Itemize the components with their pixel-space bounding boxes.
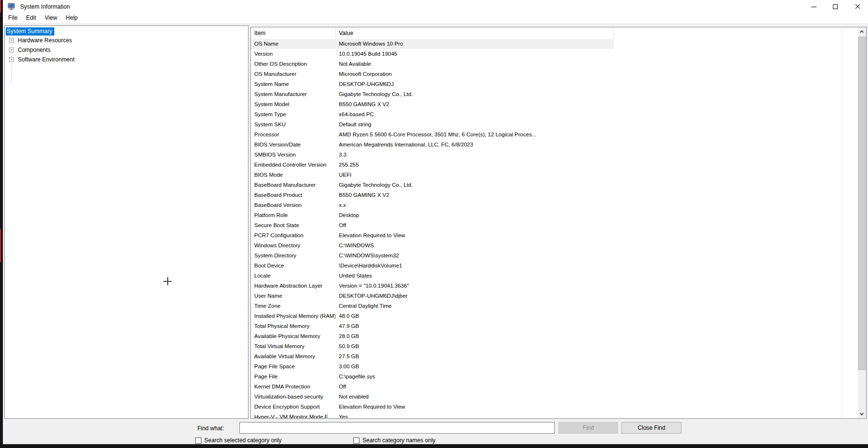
value-cell: C:\pagefile.sys [335,372,375,382]
table-row[interactable]: Available Virtual Memory27.5 GB [251,351,858,362]
table-row[interactable]: BaseBoard ManufacturerGigabyte Technolog… [251,180,858,190]
list-header: Item Value [251,27,866,39]
value-cell: 3.00 GB [335,362,359,372]
item-cell: Embedded Controller Version [251,160,335,170]
table-row[interactable]: OS ManufacturerMicrosoft Corporation [251,69,858,79]
menu-item-file[interactable]: File [4,13,22,23]
item-cell: Time Zone [251,301,335,311]
find-what-label: Find what: [157,424,224,433]
value-cell: DESKTOP-UHGM6DJ\djber [335,291,408,301]
table-row[interactable]: System SKUDefault string [251,120,858,130]
maximize-button[interactable] [825,0,846,13]
maximize-icon [833,4,838,9]
expand-plus-icon[interactable]: + [9,57,14,62]
tree-item-label: Software Environment [18,56,74,63]
table-row[interactable]: Kernel DMA ProtectionOff [251,382,858,392]
column-header-item[interactable]: Item [251,27,335,39]
table-row[interactable]: Hardware Abstraction LayerVersion = "10.… [251,281,858,291]
table-row[interactable]: ProcessorAMD Ryzen 5 5600 6-Core Process… [251,130,858,140]
table-row[interactable]: OS NameMicrosoft Windows 10 Pro [251,39,858,49]
item-cell: OS Manufacturer [251,69,335,79]
table-row[interactable]: System ModelB550 GAMING X V2 [251,99,858,109]
tree-item-system-summary[interactable]: System Summary [5,26,248,36]
search-category-names-checkbox[interactable] [353,437,360,444]
item-cell: Other OS Description [251,59,335,69]
close-button[interactable] [846,0,868,13]
find-input[interactable] [239,422,555,434]
table-row[interactable]: PCR7 ConfigurationElevation Required to … [251,230,858,241]
table-row[interactable]: Embedded Controller Version255.255 [251,160,858,170]
tree-item-software-environment[interactable]: +Software Environment [5,55,248,64]
table-row[interactable]: Page FileC:\pagefile.sys [251,372,858,382]
menu-item-help[interactable]: Help [62,13,82,23]
item-cell: User Name [251,291,335,301]
table-row[interactable]: Platform RoleDesktop [251,210,858,220]
table-row[interactable]: Installed Physical Memory (RAM)48.0 GB [251,311,858,321]
table-row[interactable]: Available Physical Memory28.0 GB [251,331,858,341]
table-row[interactable]: BIOS Version/DateAmerican Megatrends Int… [251,140,858,150]
item-cell: Page File [251,372,335,382]
menu-item-view[interactable]: View [40,13,62,23]
table-row[interactable]: BaseBoard Versionx.x [251,200,858,210]
table-row[interactable]: Time ZoneCentral Daylight Time [251,301,858,311]
table-row[interactable]: System NameDESKTOP-UHGM6DJ [251,79,858,89]
value-cell: Off [335,220,346,230]
item-cell: Available Physical Memory [251,331,335,341]
value-cell: Not Available [335,59,371,69]
table-row[interactable]: Version10.0.19045 Build 19045 [251,49,858,59]
tree-item-label: Components [18,47,50,53]
value-cell: DESKTOP-UHGM6DJ [335,79,394,89]
table-row[interactable]: Page File Space3.00 GB [251,362,858,372]
table-row[interactable]: Hyper-V - VM Monitor Mode E...Yes [251,412,858,418]
table-row[interactable]: Other OS DescriptionNot Available [251,59,858,69]
item-cell: Platform Role [251,210,335,220]
table-row[interactable]: Total Physical Memory47.9 GB [251,321,858,331]
find-button[interactable]: Find [558,422,618,434]
table-row[interactable]: LocaleUnited States [251,271,858,281]
edge-red-accent-top [0,0,1,12]
minimize-button[interactable] [803,0,825,13]
table-row[interactable]: System DirectoryC:\WINDOWS\system32 [251,251,858,261]
tree-item-components[interactable]: +Components [5,45,248,55]
table-row[interactable]: User NameDESKTOP-UHGM6DJ\djber [251,291,858,301]
table-row[interactable]: Secure Boot StateOff [251,220,858,230]
item-cell: BIOS Mode [251,170,335,180]
edge-red-accent-mid [0,229,1,262]
scrollbar-thumb[interactable] [858,36,866,370]
item-cell: BaseBoard Manufacturer [251,180,335,190]
close-find-button[interactable]: Close Find [621,422,682,434]
item-cell: BIOS Version/Date [251,140,335,150]
table-row[interactable]: Virtualization-based securityNot enabled [251,392,858,402]
tree-item-hardware-resources[interactable]: +Hardware Resources [5,36,248,45]
value-cell: C:\WINDOWS\system32 [335,251,399,261]
table-row[interactable]: SMBIOS Version3.3 [251,150,858,160]
table-row[interactable]: Windows DirectoryC:\WINDOWS [251,241,858,251]
table-row[interactable]: BIOS ModeUEFI [251,170,858,180]
table-row[interactable]: Total Virtual Memory50.9 GB [251,341,858,351]
column-header-value[interactable]: Value [335,27,614,39]
scroll-up-button[interactable] [858,27,866,36]
menu-item-edit[interactable]: Edit [22,13,40,23]
scroll-down-button[interactable] [858,410,866,418]
value-cell: 48.0 GB [335,311,359,321]
table-row[interactable]: System ManufacturerGigabyte Technology C… [251,89,858,99]
minimize-icon [811,7,817,7]
find-bar: Find what: Find Close Find Search select… [3,419,868,444]
table-row[interactable]: System Typex64-based PC [251,109,858,120]
table-row[interactable]: Boot Device\Device\HarddiskVolume1 [251,261,858,271]
window-title: System Information [20,0,70,13]
tree-selected-label[interactable]: System Summary [6,27,54,36]
expand-plus-icon[interactable]: + [9,38,14,43]
search-selected-category-checkbox[interactable] [195,437,201,444]
item-cell: Locale [251,271,335,281]
table-row[interactable]: BaseBoard ProductB550 GAMING X V2 [251,190,858,200]
item-cell: Processor [251,130,335,140]
value-cell: Gigabyte Technology Co., Ltd. [335,180,413,190]
table-row[interactable]: Device Encryption SupportElevation Requi… [251,402,858,412]
value-cell: C:\WINDOWS [335,241,374,251]
vertical-scrollbar[interactable] [858,27,866,418]
expand-plus-icon[interactable]: + [9,48,14,52]
value-cell: 47.9 GB [335,321,359,331]
value-cell: Yes [335,412,348,418]
value-cell: Elevation Required to View [335,230,405,241]
